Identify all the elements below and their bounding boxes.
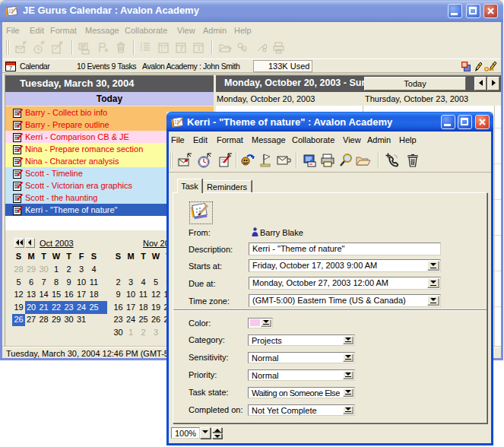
svg-text:7: 7 <box>9 65 13 71</box>
